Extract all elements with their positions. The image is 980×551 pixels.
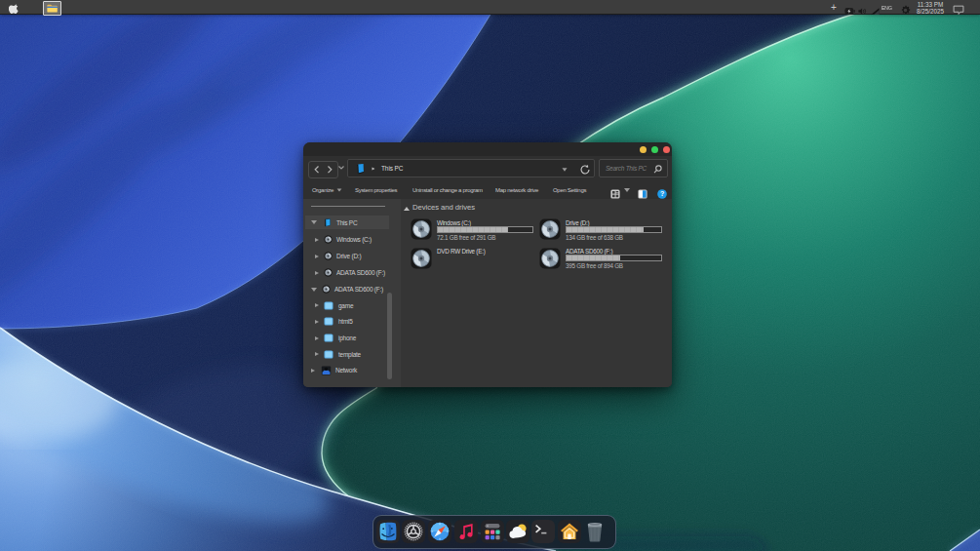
- svg-text:?: ?: [660, 190, 664, 197]
